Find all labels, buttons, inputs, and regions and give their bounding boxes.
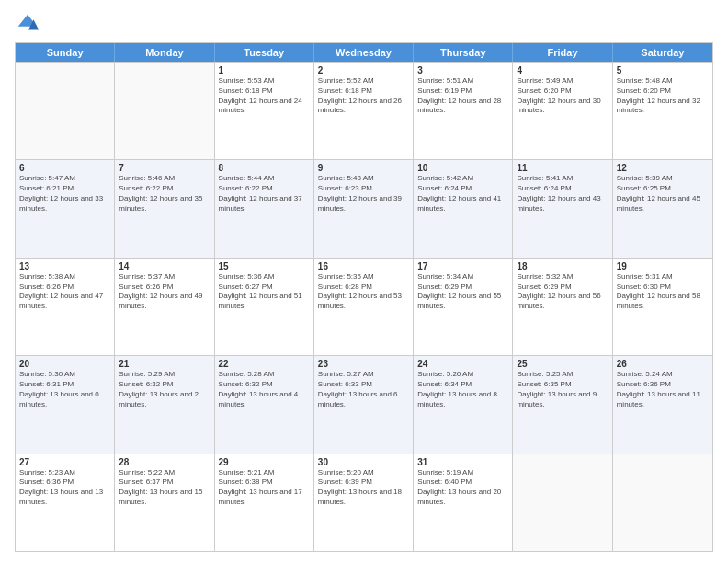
day-number: 11 bbox=[517, 163, 608, 173]
day-number: 30 bbox=[318, 457, 409, 467]
calendar-cell-18: 18Sunrise: 5:32 AM Sunset: 6:29 PM Dayli… bbox=[513, 259, 612, 355]
day-number: 20 bbox=[19, 359, 110, 369]
day-number: 12 bbox=[617, 163, 709, 173]
calendar-cell-2: 2Sunrise: 5:52 AM Sunset: 6:18 PM Daylig… bbox=[314, 63, 414, 159]
calendar-cell-29: 29Sunrise: 5:21 AM Sunset: 6:38 PM Dayli… bbox=[215, 454, 314, 551]
day-number: 18 bbox=[517, 261, 608, 271]
logo bbox=[15, 11, 42, 37]
calendar-cell-17: 17Sunrise: 5:34 AM Sunset: 6:29 PM Dayli… bbox=[414, 259, 513, 355]
calendar-cell-5: 5Sunrise: 5:48 AM Sunset: 6:20 PM Daylig… bbox=[613, 63, 712, 159]
page: SundayMondayTuesdayWednesdayThursdayFrid… bbox=[0, 0, 728, 563]
day-number: 17 bbox=[417, 261, 508, 271]
day-number: 29 bbox=[219, 457, 310, 467]
calendar-cell-1: 1Sunrise: 5:53 AM Sunset: 6:18 PM Daylig… bbox=[215, 63, 314, 159]
day-info: Sunrise: 5:48 AM Sunset: 6:20 PM Dayligh… bbox=[617, 76, 709, 116]
day-number: 13 bbox=[19, 261, 110, 271]
day-info: Sunrise: 5:36 AM Sunset: 6:27 PM Dayligh… bbox=[219, 272, 310, 312]
calendar-cell-empty-0-1 bbox=[115, 63, 214, 159]
calendar-cell-14: 14Sunrise: 5:37 AM Sunset: 6:26 PM Dayli… bbox=[115, 259, 214, 355]
day-info: Sunrise: 5:28 AM Sunset: 6:32 PM Dayligh… bbox=[219, 370, 310, 409]
calendar-week-4: 20Sunrise: 5:30 AM Sunset: 6:31 PM Dayli… bbox=[16, 355, 712, 453]
calendar-cell-31: 31Sunrise: 5:19 AM Sunset: 6:40 PM Dayli… bbox=[414, 454, 513, 551]
header-day-friday: Friday bbox=[513, 43, 612, 62]
day-number: 16 bbox=[318, 261, 409, 271]
calendar-cell-30: 30Sunrise: 5:20 AM Sunset: 6:39 PM Dayli… bbox=[314, 454, 414, 551]
day-number: 25 bbox=[517, 359, 608, 369]
day-number: 28 bbox=[119, 457, 210, 467]
day-info: Sunrise: 5:23 AM Sunset: 6:36 PM Dayligh… bbox=[19, 468, 110, 508]
calendar-cell-3: 3Sunrise: 5:51 AM Sunset: 6:19 PM Daylig… bbox=[414, 63, 513, 159]
day-info: Sunrise: 5:53 AM Sunset: 6:18 PM Dayligh… bbox=[219, 76, 310, 116]
day-info: Sunrise: 5:30 AM Sunset: 6:31 PM Dayligh… bbox=[19, 370, 110, 409]
day-info: Sunrise: 5:27 AM Sunset: 6:33 PM Dayligh… bbox=[318, 370, 409, 409]
day-number: 21 bbox=[119, 359, 210, 369]
calendar-cell-4: 4Sunrise: 5:49 AM Sunset: 6:20 PM Daylig… bbox=[513, 63, 612, 159]
day-info: Sunrise: 5:37 AM Sunset: 6:26 PM Dayligh… bbox=[119, 272, 210, 312]
day-info: Sunrise: 5:39 AM Sunset: 6:25 PM Dayligh… bbox=[617, 174, 709, 213]
day-number: 23 bbox=[318, 359, 409, 369]
day-number: 2 bbox=[318, 65, 409, 75]
day-info: Sunrise: 5:25 AM Sunset: 6:35 PM Dayligh… bbox=[517, 370, 608, 409]
calendar-cell-8: 8Sunrise: 5:44 AM Sunset: 6:22 PM Daylig… bbox=[215, 160, 314, 257]
calendar-cell-21: 21Sunrise: 5:29 AM Sunset: 6:32 PM Dayli… bbox=[115, 356, 214, 453]
day-info: Sunrise: 5:22 AM Sunset: 6:37 PM Dayligh… bbox=[119, 468, 210, 508]
day-info: Sunrise: 5:49 AM Sunset: 6:20 PM Dayligh… bbox=[517, 76, 608, 116]
day-number: 3 bbox=[417, 65, 508, 75]
day-number: 26 bbox=[617, 359, 709, 369]
calendar-cell-22: 22Sunrise: 5:28 AM Sunset: 6:32 PM Dayli… bbox=[215, 356, 314, 453]
calendar-cell-28: 28Sunrise: 5:22 AM Sunset: 6:37 PM Dayli… bbox=[115, 454, 214, 551]
day-number: 15 bbox=[219, 261, 310, 271]
calendar-cell-23: 23Sunrise: 5:27 AM Sunset: 6:33 PM Dayli… bbox=[314, 356, 414, 453]
header-day-saturday: Saturday bbox=[613, 43, 712, 62]
calendar-cell-12: 12Sunrise: 5:39 AM Sunset: 6:25 PM Dayli… bbox=[613, 160, 712, 257]
day-info: Sunrise: 5:38 AM Sunset: 6:26 PM Dayligh… bbox=[19, 272, 110, 312]
day-number: 31 bbox=[417, 457, 508, 467]
calendar: SundayMondayTuesdayWednesdayThursdayFrid… bbox=[15, 42, 713, 552]
day-info: Sunrise: 5:42 AM Sunset: 6:24 PM Dayligh… bbox=[417, 174, 508, 213]
calendar-cell-empty-0-0 bbox=[16, 63, 115, 159]
day-number: 5 bbox=[617, 65, 709, 75]
day-number: 27 bbox=[19, 457, 110, 467]
calendar-cell-15: 15Sunrise: 5:36 AM Sunset: 6:27 PM Dayli… bbox=[215, 259, 314, 355]
calendar-cell-9: 9Sunrise: 5:43 AM Sunset: 6:23 PM Daylig… bbox=[314, 160, 414, 257]
calendar-cell-empty-4-6 bbox=[613, 454, 712, 551]
calendar-cell-7: 7Sunrise: 5:46 AM Sunset: 6:22 PM Daylig… bbox=[115, 160, 214, 257]
header-day-wednesday: Wednesday bbox=[314, 43, 414, 62]
day-number: 4 bbox=[517, 65, 608, 75]
day-number: 19 bbox=[617, 261, 709, 271]
calendar-cell-24: 24Sunrise: 5:26 AM Sunset: 6:34 PM Dayli… bbox=[414, 356, 513, 453]
calendar-cell-empty-4-5 bbox=[513, 454, 612, 551]
header-day-monday: Monday bbox=[115, 43, 214, 62]
day-info: Sunrise: 5:35 AM Sunset: 6:28 PM Dayligh… bbox=[318, 272, 409, 312]
calendar-week-5: 27Sunrise: 5:23 AM Sunset: 6:36 PM Dayli… bbox=[16, 454, 712, 551]
calendar-cell-25: 25Sunrise: 5:25 AM Sunset: 6:35 PM Dayli… bbox=[513, 356, 612, 453]
calendar-cell-26: 26Sunrise: 5:24 AM Sunset: 6:36 PM Dayli… bbox=[613, 356, 712, 453]
calendar-cell-10: 10Sunrise: 5:42 AM Sunset: 6:24 PM Dayli… bbox=[414, 160, 513, 257]
calendar-cell-11: 11Sunrise: 5:41 AM Sunset: 6:24 PM Dayli… bbox=[513, 160, 612, 257]
calendar-cell-27: 27Sunrise: 5:23 AM Sunset: 6:36 PM Dayli… bbox=[16, 454, 115, 551]
calendar-cell-6: 6Sunrise: 5:47 AM Sunset: 6:21 PM Daylig… bbox=[16, 160, 115, 257]
day-info: Sunrise: 5:52 AM Sunset: 6:18 PM Dayligh… bbox=[318, 76, 409, 116]
header-day-sunday: Sunday bbox=[16, 43, 115, 62]
day-number: 8 bbox=[219, 163, 310, 173]
day-info: Sunrise: 5:51 AM Sunset: 6:19 PM Dayligh… bbox=[417, 76, 508, 116]
calendar-week-3: 13Sunrise: 5:38 AM Sunset: 6:26 PM Dayli… bbox=[16, 258, 712, 355]
day-info: Sunrise: 5:20 AM Sunset: 6:39 PM Dayligh… bbox=[318, 468, 409, 508]
day-info: Sunrise: 5:46 AM Sunset: 6:22 PM Dayligh… bbox=[119, 174, 210, 213]
day-number: 10 bbox=[417, 163, 508, 173]
day-info: Sunrise: 5:32 AM Sunset: 6:29 PM Dayligh… bbox=[517, 272, 608, 312]
calendar-cell-19: 19Sunrise: 5:31 AM Sunset: 6:30 PM Dayli… bbox=[613, 259, 712, 355]
header bbox=[15, 11, 713, 37]
day-info: Sunrise: 5:26 AM Sunset: 6:34 PM Dayligh… bbox=[417, 370, 508, 409]
day-number: 1 bbox=[219, 65, 310, 75]
day-info: Sunrise: 5:19 AM Sunset: 6:40 PM Dayligh… bbox=[417, 468, 508, 508]
header-day-thursday: Thursday bbox=[414, 43, 513, 62]
day-info: Sunrise: 5:43 AM Sunset: 6:23 PM Dayligh… bbox=[318, 174, 409, 213]
day-info: Sunrise: 5:34 AM Sunset: 6:29 PM Dayligh… bbox=[417, 272, 508, 312]
calendar-cell-16: 16Sunrise: 5:35 AM Sunset: 6:28 PM Dayli… bbox=[314, 259, 414, 355]
day-number: 7 bbox=[119, 163, 210, 173]
calendar-cell-13: 13Sunrise: 5:38 AM Sunset: 6:26 PM Dayli… bbox=[16, 259, 115, 355]
calendar-header-row: SundayMondayTuesdayWednesdayThursdayFrid… bbox=[16, 43, 712, 62]
day-info: Sunrise: 5:47 AM Sunset: 6:21 PM Dayligh… bbox=[19, 174, 110, 213]
day-number: 22 bbox=[219, 359, 310, 369]
